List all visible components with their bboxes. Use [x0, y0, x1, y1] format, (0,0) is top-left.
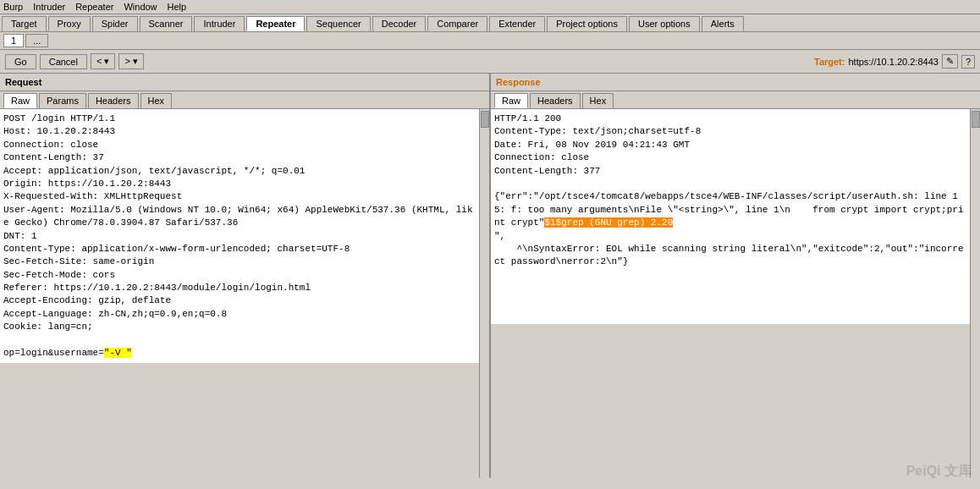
toolbar: Go Cancel < ▾ > ▾ Target: https://10.1.2… — [0, 50, 980, 74]
help-button[interactable]: ? — [961, 55, 975, 69]
edit-target-button[interactable]: ✎ — [942, 54, 958, 69]
response-tab-headers[interactable]: Headers — [530, 93, 581, 108]
nav-back-button[interactable]: < ▾ — [91, 53, 115, 69]
request-scrollbar[interactable] — [479, 109, 489, 478]
cancel-button[interactable]: Cancel — [40, 54, 87, 69]
response-panel-header: Response — [491, 74, 980, 91]
tab-decoder[interactable]: Decoder — [372, 16, 427, 31]
main-tab-bar: Target Proxy Spider Scanner Intruder Rep… — [0, 14, 980, 32]
response-content: HTTP/1.1 200 Content-Type: text/json;cha… — [491, 109, 970, 324]
response-scroll-thumb[interactable] — [972, 111, 980, 128]
request-highlight: "-V " — [104, 348, 132, 358]
menu-intruder[interactable]: Intruder — [33, 2, 65, 12]
tab-sequencer[interactable]: Sequencer — [306, 16, 370, 31]
num-tab-1[interactable]: 1 — [3, 34, 24, 47]
tab-repeater[interactable]: Repeater — [246, 16, 305, 31]
response-scrollbar[interactable] — [970, 109, 980, 478]
request-tab-headers[interactable]: Headers — [88, 93, 139, 108]
response-highlight-grep: $1$grep (GNU grep) 2.20 — [544, 217, 673, 228]
tab-user-options[interactable]: User options — [629, 16, 700, 31]
num-tab-bar: 1 ... — [0, 32, 980, 50]
response-panel-body: HTTP/1.1 200 Content-Type: text/json;cha… — [491, 109, 980, 478]
tab-scanner[interactable]: Scanner — [140, 16, 193, 31]
request-tab-params[interactable]: Params — [39, 93, 86, 108]
go-button[interactable]: Go — [5, 54, 36, 69]
tab-target[interactable]: Target — [2, 16, 47, 31]
request-panel-body: POST /login HTTP/1.1 Host: 10.1.20.2:844… — [0, 109, 489, 478]
tab-spider[interactable]: Spider — [92, 16, 138, 31]
menu-help[interactable]: Help — [168, 2, 187, 12]
tab-proxy[interactable]: Proxy — [48, 16, 91, 31]
tab-intruder[interactable]: Intruder — [194, 16, 245, 31]
nav-fwd-button[interactable]: > ▾ — [118, 53, 143, 69]
tab-alerts[interactable]: Alerts — [702, 16, 744, 31]
request-panel: Request Raw Params Headers Hex POST /log… — [0, 74, 491, 478]
main-area: Request Raw Params Headers Hex POST /log… — [0, 74, 980, 478]
request-panel-header: Request — [0, 74, 489, 91]
target-label: Target: — [814, 57, 845, 67]
menu-burp[interactable]: Burp — [3, 2, 23, 12]
request-scroll-thumb[interactable] — [481, 111, 489, 128]
request-content: POST /login HTTP/1.1 Host: 10.1.20.2:844… — [0, 109, 479, 363]
menu-bar: Burp Intruder Repeater Window Help — [0, 0, 980, 14]
response-tab-bar: Raw Headers Hex — [491, 91, 980, 109]
tab-comparer[interactable]: Comparer — [427, 16, 487, 31]
response-panel: Response Raw Headers Hex HTTP/1.1 200 Co… — [491, 74, 980, 478]
response-tab-raw[interactable]: Raw — [494, 93, 528, 108]
target-url: https://10.1.20.2:8443 — [848, 57, 938, 67]
num-tab-new[interactable]: ... — [25, 34, 48, 47]
request-content-scroll[interactable]: POST /login HTTP/1.1 Host: 10.1.20.2:844… — [0, 109, 479, 478]
tab-extender[interactable]: Extender — [489, 16, 545, 31]
menu-window[interactable]: Window — [124, 2, 157, 12]
request-tab-hex[interactable]: Hex — [140, 93, 173, 108]
response-tab-hex[interactable]: Hex — [582, 93, 614, 108]
tab-project-options[interactable]: Project options — [547, 16, 627, 31]
response-content-scroll[interactable]: HTTP/1.1 200 Content-Type: text/json;cha… — [491, 109, 970, 478]
request-tab-raw[interactable]: Raw — [3, 93, 37, 108]
target-info: Target: https://10.1.20.2:8443 ✎ ? — [814, 54, 975, 69]
menu-repeater[interactable]: Repeater — [75, 2, 113, 12]
request-tab-bar: Raw Params Headers Hex — [0, 91, 489, 109]
